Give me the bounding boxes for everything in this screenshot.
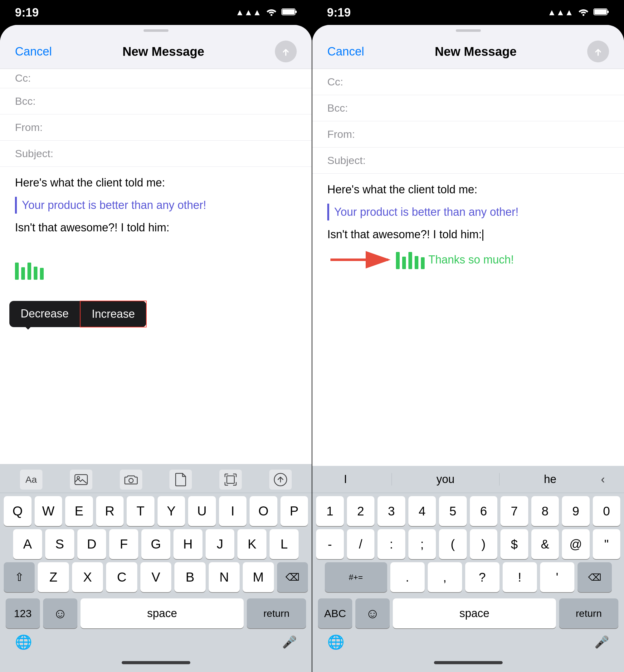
key-K[interactable]: K [237,529,266,559]
key-A[interactable]: A [13,529,42,559]
key-L[interactable]: L [269,529,298,559]
key-N[interactable]: N [209,562,240,592]
key-B[interactable]: B [175,562,205,592]
key-C[interactable]: C [106,562,137,592]
globe-icon[interactable]: 🌐 [15,634,32,650]
key-4[interactable]: 4 [409,496,436,526]
key-H[interactable]: H [174,529,203,559]
right-green-bar-1 [396,252,400,269]
key-O[interactable]: O [250,496,277,526]
key-slash[interactable]: / [347,529,375,559]
key-E[interactable]: E [65,496,93,526]
green-bar-4 [34,267,37,280]
key-P[interactable]: P [281,496,308,526]
key-question[interactable]: ? [465,562,499,592]
key-T[interactable]: T [127,496,154,526]
send-arrow-button[interactable] [269,469,292,490]
camera-button[interactable] [120,469,142,490]
key-at[interactable]: @ [562,529,590,559]
right-space-key[interactable]: space [393,598,556,628]
right-signal-icon: ▲▲▲ [548,7,573,18]
right-microphone-icon[interactable]: 🎤 [594,635,609,649]
delete-key[interactable]: ⌫ [277,562,308,592]
left-bcc-row[interactable]: Bcc: [0,88,312,114]
left-return-key[interactable]: return [247,598,306,628]
right-emoji-key[interactable]: ☺ [355,598,390,628]
key-5[interactable]: 5 [439,496,467,526]
key-2[interactable]: 2 [347,496,375,526]
right-return-key[interactable]: return [559,598,618,628]
red-arrow-icon [327,250,396,269]
left-space-key[interactable]: space [80,598,244,628]
key-R[interactable]: R [96,496,124,526]
key-S[interactable]: S [45,529,74,559]
left-email-body[interactable]: Here's what the client told me: Your pro… [0,167,312,464]
key-comma[interactable]: , [428,562,462,592]
key-Q[interactable]: Q [4,496,31,526]
key-G[interactable]: G [141,529,171,559]
key-3[interactable]: 3 [378,496,405,526]
key-X[interactable]: X [72,562,103,592]
right-cc-row[interactable]: Cc: [312,69,624,95]
key-M[interactable]: M [243,562,274,592]
key-dash[interactable]: - [316,529,344,559]
key-Y[interactable]: Y [158,496,185,526]
key-rparen[interactable]: ) [470,529,498,559]
right-send-button[interactable] [587,41,609,62]
right-body-text1: Here's what the client told me: [327,181,609,198]
right-delete-key[interactable]: ⌫ [577,562,612,592]
key-symbols[interactable]: #+= [325,562,387,592]
file-button[interactable] [170,469,192,490]
shift-key[interactable]: ⇧ [4,562,35,592]
key-W[interactable]: W [35,496,62,526]
microphone-icon[interactable]: 🎤 [282,635,297,649]
key-0[interactable]: 0 [593,496,621,526]
key-1[interactable]: 1 [316,496,344,526]
right-from-row[interactable]: From: [312,121,624,147]
key-V[interactable]: V [140,562,171,592]
scan-button[interactable] [219,469,242,490]
left-num-key[interactable]: 123 [6,598,40,628]
key-I[interactable]: I [219,496,247,526]
right-cancel-button[interactable]: Cancel [327,45,364,58]
key-D[interactable]: D [77,529,106,559]
suggestion-I[interactable]: I [331,470,359,488]
key-lparen[interactable]: ( [439,529,467,559]
left-cancel-button[interactable]: Cancel [15,45,52,58]
suggestion-he[interactable]: he [531,470,569,488]
suggestion-collapse[interactable]: ‹ [601,473,605,486]
key-quote[interactable]: " [593,529,621,559]
key-exclaim[interactable]: ! [503,562,537,592]
right-email-body[interactable]: Here's what the client told me: Your pro… [312,174,624,466]
font-size-button[interactable]: Aa [20,469,43,490]
key-amp[interactable]: & [531,529,559,559]
right-subject-label: Subject: [327,154,366,166]
key-9[interactable]: 9 [562,496,590,526]
key-6[interactable]: 6 [470,496,498,526]
increase-indent-button[interactable]: Increase [80,301,147,327]
right-abc-key[interactable]: ABC [318,598,352,628]
right-bcc-row[interactable]: Bcc: [312,95,624,121]
left-subject-row[interactable]: Subject: [0,141,312,167]
image-insert-button[interactable] [70,469,93,490]
left-key-row-2: A S D F G H J K L [4,529,308,559]
decrease-indent-button[interactable]: Decrease [9,301,80,327]
key-period[interactable]: . [390,562,425,592]
right-subject-row[interactable]: Subject: [312,147,624,174]
key-dollar[interactable]: $ [500,529,528,559]
key-F[interactable]: F [109,529,138,559]
right-globe-icon[interactable]: 🌐 [327,634,344,650]
key-7[interactable]: 7 [500,496,528,526]
left-send-button[interactable] [275,41,297,62]
left-emoji-key[interactable]: ☺ [43,598,77,628]
key-semi[interactable]: ; [409,529,436,559]
left-from-row[interactable]: From: [0,114,312,141]
key-U[interactable]: U [188,496,216,526]
left-phone-panel: Cancel New Message Cc: Bcc: From: Subjec… [0,25,312,672]
key-J[interactable]: J [206,529,235,559]
key-apostrophe[interactable]: ' [540,562,574,592]
key-Z[interactable]: Z [38,562,69,592]
key-8[interactable]: 8 [531,496,559,526]
key-colon[interactable]: : [378,529,405,559]
suggestion-you[interactable]: you [424,470,467,488]
